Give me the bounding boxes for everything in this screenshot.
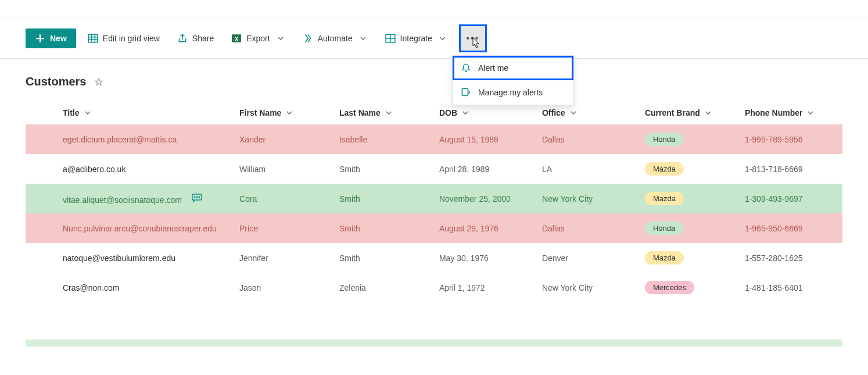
new-button-label: New [50,34,67,43]
cell-first: Xander [231,124,331,154]
comment-icon[interactable] [190,192,204,204]
cell-brand: Mazda [637,243,737,273]
chevron-down-icon [437,33,447,44]
chevron-down-icon [705,109,712,116]
cell-title[interactable]: a@aclibero.co.uk [26,154,231,184]
title-text: Nunc.pulvinar.arcu@conubianostraper.edu [63,224,217,233]
export-button[interactable]: X Export [225,30,290,47]
cell-dob: April 1, 1972 [431,273,534,302]
cell-last: Smith [331,154,431,184]
cell-brand: Honda [637,124,737,154]
cell-dob: May 30, 1976 [431,243,534,273]
cell-phone: 1-309-493-9697 [737,184,842,213]
cell-last: Isabelle [331,124,431,154]
svg-text:X: X [235,36,239,42]
chevron-down-icon [275,33,285,44]
excel-icon: X [231,33,242,44]
more-actions-menu: Alert me Manage my alerts [452,55,574,105]
command-bar: New Edit in grid view Share X Export Aut [0,17,868,59]
brand-chip: Mazda [645,251,684,265]
cell-office: New York City [534,184,637,213]
more-actions-button[interactable]: ••• [459,24,487,52]
cell-office: LA [534,154,637,184]
title-text: eget.dictum.placerat@mattis.ca [63,135,177,144]
manage-alerts-label: Manage my alerts [478,88,543,97]
table-body: eget.dictum.placerat@mattis.caXanderIsab… [26,124,842,302]
bell-icon [461,63,471,73]
cell-title[interactable]: Nunc.pulvinar.arcu@conubianostraper.edu [26,213,231,243]
table-row[interactable]: vitae.aliquet@sociisnatoque.comCoraSmith… [26,184,842,213]
cell-brand: Mazda [637,184,737,213]
manage-alerts-item[interactable]: Manage my alerts [453,80,573,105]
cell-dob: August 15, 1988 [431,124,534,154]
title-text: a@aclibero.co.uk [63,165,125,174]
svg-point-6 [194,197,195,198]
cell-dob: April 28, 1989 [431,154,534,184]
top-spacer [0,0,868,17]
chevron-down-icon [807,109,814,116]
share-button[interactable]: Share [171,30,220,47]
cell-first: Price [231,213,331,243]
svg-rect-0 [88,34,98,42]
cell-dob: November 25, 2000 [431,184,534,213]
col-first[interactable]: First Name [231,101,331,124]
cursor-icon [470,37,482,51]
title-text: natoque@vestibulumlorem.edu [63,253,175,263]
edit-grid-label: Edit in grid view [103,34,160,43]
cell-brand: Mazda [637,154,737,184]
cell-dob: August 29, 1976 [431,213,534,243]
page-content: Customers ☆ Title First Name Last Name D… [0,59,868,302]
cell-phone: 1-481-185-6401 [737,273,842,302]
cell-phone: 1-813-718-6669 [737,154,842,184]
integrate-icon [385,33,396,44]
table-row[interactable]: Nunc.pulvinar.arcu@conubianostraper.eduP… [26,213,842,243]
cell-office: Denver [534,243,637,273]
brand-chip: Mazda [645,192,684,205]
cell-title[interactable]: vitae.aliquet@sociisnatoque.com [26,184,231,213]
edit-grid-button[interactable]: Edit in grid view [82,30,166,47]
automate-button[interactable]: Automate [297,30,374,47]
table-row[interactable]: natoque@vestibulumlorem.eduJenniferSmith… [26,243,842,273]
table-row[interactable]: eget.dictum.placerat@mattis.caXanderIsab… [26,124,842,154]
integrate-button[interactable]: Integrate [379,30,453,47]
cell-title[interactable]: natoque@vestibulumlorem.edu [26,243,231,273]
cell-title[interactable]: Cras@non.com [26,273,231,302]
brand-chip: Mercedes [645,281,694,294]
cell-brand: Mercedes [637,273,737,302]
cell-office: New York City [534,273,637,302]
svg-point-8 [199,197,200,198]
brand-chip: Honda [645,133,683,146]
title-text: Cras@non.com [63,283,119,292]
col-phone[interactable]: Phone Number [737,101,842,124]
title-text: vitae.aliquet@sociisnatoque.com [63,195,182,205]
plus-icon [35,33,45,44]
list-title-row: Customers ☆ [26,75,842,88]
col-title[interactable]: Title [26,101,231,124]
col-brand[interactable]: Current Brand [637,101,737,124]
cell-first: Cora [231,184,331,213]
cell-last: Smith [331,243,431,273]
customers-table: Title First Name Last Name DOB Office Cu… [26,101,842,302]
cell-title[interactable]: eget.dictum.placerat@mattis.ca [26,124,231,154]
bottom-green-bar [26,340,842,347]
cell-phone: 1-557-280-1625 [737,243,842,273]
export-label: Export [246,34,270,43]
alert-me-item[interactable]: Alert me [453,56,573,80]
cell-last: Zelenia [331,273,431,302]
cell-first: William [231,154,331,184]
svg-point-7 [196,197,198,198]
favorite-star-icon[interactable]: ☆ [94,76,103,88]
automate-icon [303,33,313,44]
chevron-down-icon [286,109,293,116]
chevron-down-icon [84,109,91,116]
table-row[interactable]: a@aclibero.co.ukWilliamSmithApril 28, 19… [26,154,842,184]
new-button[interactable]: New [26,28,76,48]
brand-chip: Honda [645,222,683,235]
table-row[interactable]: Cras@non.comJasonZeleniaApril 1, 1972New… [26,273,842,302]
cell-office: Dallas [534,124,637,154]
chevron-down-icon [385,109,392,116]
col-last[interactable]: Last Name [331,101,431,124]
chevron-down-icon [357,33,368,44]
brand-chip: Mazda [645,162,684,176]
table-icon [88,33,98,44]
